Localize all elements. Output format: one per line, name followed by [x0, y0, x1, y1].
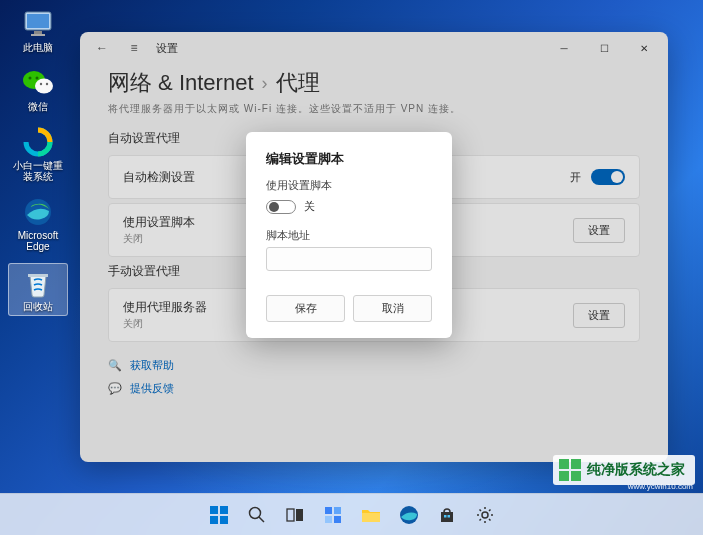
toggle-state-label: 开: [570, 170, 581, 185]
svg-rect-19: [325, 507, 332, 514]
svg-rect-21: [325, 516, 332, 523]
breadcrumb-root[interactable]: 网络 & Internet: [108, 68, 254, 98]
page-subtitle: 将代理服务器用于以太网或 Wi-Fi 连接。这些设置不适用于 VPN 连接。: [108, 102, 640, 116]
start-button[interactable]: [202, 498, 236, 532]
svg-rect-11: [210, 506, 218, 514]
wechat-icon: [22, 67, 54, 99]
svg-point-27: [482, 512, 488, 518]
edge-taskbar-button[interactable]: [392, 498, 426, 532]
watermark-logo-icon: [559, 459, 581, 481]
desktop-icon-computer[interactable]: 此电脑: [8, 5, 68, 56]
settings-taskbar-button[interactable]: [468, 498, 502, 532]
svg-rect-14: [220, 516, 228, 524]
save-button[interactable]: 保存: [266, 295, 345, 322]
feedback-link[interactable]: 💬 提供反馈: [108, 381, 640, 396]
svg-rect-12: [220, 506, 228, 514]
svg-rect-20: [334, 507, 341, 514]
edit-script-dialog: 编辑设置脚本 使用设置脚本 关 脚本地址 保存 取消: [246, 132, 452, 338]
toggle-auto-detect[interactable]: [591, 169, 625, 185]
watermark-url: www.ycwin10.com: [628, 482, 693, 491]
script-address-label: 脚本地址: [266, 228, 432, 243]
svg-point-9: [46, 83, 48, 85]
help-icon: 🔍: [108, 359, 122, 373]
breadcrumb: 网络 & Internet › 代理: [108, 68, 640, 98]
edge-icon: [22, 196, 54, 228]
svg-point-7: [36, 77, 39, 80]
svg-rect-25: [444, 515, 447, 518]
desktop-icon-reinstall[interactable]: 小白一键重装系统: [8, 123, 68, 185]
toggle-state-label: 关: [304, 199, 315, 214]
reinstall-icon: [22, 126, 54, 158]
watermark-text: 纯净版系统之家: [587, 461, 685, 479]
taskbar: [0, 493, 703, 535]
store-button[interactable]: [430, 498, 464, 532]
use-script-label: 使用设置脚本: [266, 178, 432, 193]
icon-label: 回收站: [23, 301, 53, 312]
explorer-button[interactable]: [354, 498, 388, 532]
svg-rect-1: [27, 14, 49, 28]
window-title: 设置: [156, 41, 178, 56]
svg-rect-26: [447, 515, 450, 518]
breadcrumb-current: 代理: [276, 68, 320, 98]
task-view-button[interactable]: [278, 498, 312, 532]
svg-rect-2: [34, 31, 42, 34]
computer-icon: [22, 8, 54, 40]
script-address-input[interactable]: [266, 247, 432, 271]
svg-rect-23: [362, 513, 380, 522]
svg-rect-3: [31, 34, 45, 36]
icon-label: Microsoft Edge: [11, 230, 65, 252]
desktop-icon-edge[interactable]: Microsoft Edge: [8, 193, 68, 255]
search-button[interactable]: [240, 498, 274, 532]
desktop-icon-wechat[interactable]: 微信: [8, 64, 68, 115]
widgets-button[interactable]: [316, 498, 350, 532]
icon-label: 小白一键重装系统: [11, 160, 65, 182]
svg-point-6: [29, 77, 32, 80]
desktop-icon-recycle-bin[interactable]: 回收站: [8, 263, 68, 316]
svg-line-16: [259, 517, 264, 522]
back-button[interactable]: ←: [92, 38, 112, 58]
get-help-link[interactable]: 🔍 获取帮助: [108, 358, 640, 373]
svg-rect-13: [210, 516, 218, 524]
recycle-bin-icon: [22, 267, 54, 299]
maximize-button[interactable]: ☐: [584, 34, 624, 62]
watermark: 纯净版系统之家: [553, 455, 695, 485]
setup-script-button[interactable]: 设置: [573, 218, 625, 243]
icon-label: 微信: [28, 101, 48, 112]
cancel-button[interactable]: 取消: [353, 295, 432, 322]
svg-point-5: [35, 79, 53, 94]
svg-rect-22: [334, 516, 341, 523]
svg-point-8: [40, 83, 42, 85]
icon-label: 此电脑: [23, 42, 53, 53]
menu-button[interactable]: ≡: [124, 38, 144, 58]
close-button[interactable]: ✕: [624, 34, 664, 62]
desktop-icons-column: 此电脑 微信 小白一键重装系统 Microsoft Edge 回收站: [8, 5, 68, 316]
svg-rect-18: [296, 509, 303, 521]
svg-point-15: [249, 507, 260, 518]
dialog-title: 编辑设置脚本: [266, 150, 432, 168]
chevron-right-icon: ›: [262, 73, 268, 94]
svg-rect-17: [287, 509, 294, 521]
toggle-use-script[interactable]: [266, 200, 296, 214]
titlebar: ← ≡ 设置 ─ ☐ ✕: [80, 32, 668, 64]
feedback-icon: 💬: [108, 382, 122, 396]
minimize-button[interactable]: ─: [544, 34, 584, 62]
proxy-server-button[interactable]: 设置: [573, 303, 625, 328]
